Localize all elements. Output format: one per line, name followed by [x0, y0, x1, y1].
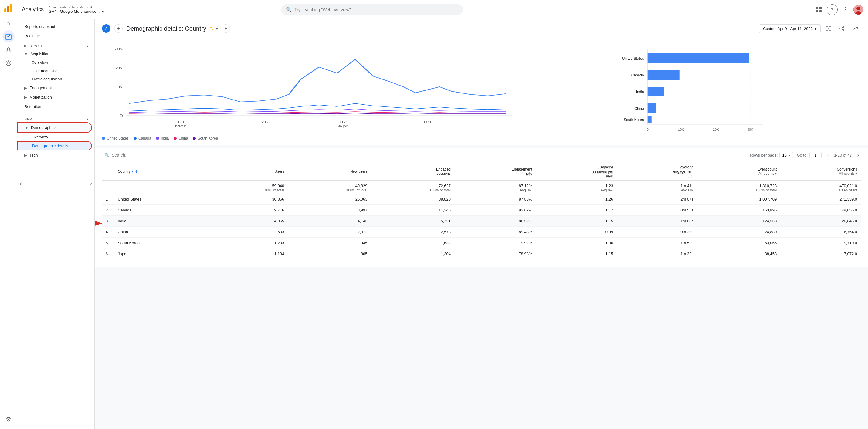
header-actions: Custom Apr 9 - Apr 11, 2023 ▾	[759, 23, 861, 34]
add-filter-btn[interactable]: +	[222, 24, 230, 33]
legend-dot-canada	[133, 137, 136, 140]
search-bar[interactable]: 🔍	[281, 4, 463, 15]
pagination-controls: Rows per page: 10 25 50 Go to: ‹	[750, 152, 861, 159]
more-button[interactable]: ⋮	[840, 4, 851, 15]
svg-point-19	[840, 28, 841, 29]
google-analytics-logo[interactable]	[3, 2, 14, 13]
icon-rail: ⌂ ⚙	[0, 0, 17, 429]
svg-text:Apr: Apr	[338, 124, 348, 128]
svg-point-18	[843, 26, 844, 28]
sidebar-item-user-acquisition[interactable]: User acquisition	[17, 67, 92, 75]
col-engaged-per-user[interactable]: Engagedsessions peruser	[536, 163, 617, 180]
col-engagement-rate[interactable]: Engagementrate	[454, 163, 536, 180]
trend-icon-btn[interactable]	[850, 23, 861, 34]
sidebar-collapse-btn[interactable]: ‹	[90, 181, 92, 187]
sidebar-item-retention[interactable]: Retention	[17, 102, 92, 111]
sidebar-item-demographics[interactable]: ▼ Demographics	[17, 122, 92, 133]
user-avatar[interactable]	[854, 5, 863, 14]
svg-text:02: 02	[339, 120, 347, 124]
account-breadcrumb: All accounts > Demo Account	[49, 5, 104, 9]
svg-point-6	[8, 62, 9, 64]
legend-china: China	[174, 136, 188, 140]
svg-text:India: India	[636, 90, 644, 94]
legend-dot-south-korea	[193, 137, 196, 140]
sidebar-item-traffic-acquisition[interactable]: Traffic acquisition	[17, 75, 92, 83]
sidebar-item-monetization[interactable]: ▶ Monetization	[17, 93, 92, 102]
col-new-users[interactable]: New users	[288, 163, 371, 180]
apps-button[interactable]	[813, 4, 824, 15]
svg-text:2K: 2K	[115, 66, 123, 70]
sidebar-item-realtime[interactable]: Realtime	[17, 31, 92, 41]
sidebar-item-reports-snapshot[interactable]: Reports snapshot	[17, 22, 92, 31]
svg-point-13	[857, 7, 860, 10]
svg-text:09: 09	[424, 120, 431, 124]
top-bar: Analytics All accounts > Demo Account GA…	[17, 0, 868, 20]
advertising-icon[interactable]	[2, 57, 14, 69]
user-section-header[interactable]: User ▲	[17, 114, 94, 122]
svg-text:1K: 1K	[115, 85, 123, 89]
svg-text:China: China	[634, 106, 644, 111]
arrow-indicator	[95, 217, 105, 230]
table-search-input[interactable]	[112, 153, 191, 158]
bar-chart-container: 0 10K 20K 30K United States	[519, 43, 861, 140]
sidebar-item-tech[interactable]: ▶ Tech	[17, 151, 92, 160]
home-icon[interactable]: ⌂	[2, 17, 14, 29]
bar-china[interactable]	[647, 103, 656, 113]
col-country[interactable]: Country ▾ +	[114, 163, 205, 180]
bar-india[interactable]	[647, 87, 664, 97]
compare-icon-btn[interactable]	[823, 23, 834, 34]
search-input[interactable]	[294, 7, 458, 12]
add-comparison-btn[interactable]: +	[114, 24, 123, 33]
add-column-btn[interactable]: +	[135, 168, 138, 175]
search-icon: 🔍	[286, 7, 292, 12]
reports-icon[interactable]	[2, 30, 14, 42]
col-engaged-sessions[interactable]: Engagedsessions	[371, 163, 454, 180]
go-to-page: Go to:	[797, 152, 821, 158]
sidebar-item-overview-acquisition[interactable]: Overview	[17, 59, 92, 67]
svg-text:19: 19	[177, 120, 184, 124]
event-count-filter-icon[interactable]: ▾	[775, 171, 777, 176]
country-dropdown-icon[interactable]: ▾	[132, 169, 133, 173]
canada-line	[129, 103, 506, 111]
share-icon-btn[interactable]	[836, 23, 847, 34]
table-search[interactable]: 🔍	[102, 152, 193, 159]
sidebar-item-overview-demographics[interactable]: Overview	[17, 133, 92, 141]
account-name[interactable]: GA4 - Google Merchandise ... ▾	[49, 9, 104, 14]
col-event-count[interactable]: Event count All events ▾	[697, 163, 780, 180]
page-range: 1-10 of 47	[834, 153, 852, 158]
table-header-row: Country ▾ + ↓ Users New users Engagedses…	[102, 163, 861, 180]
lifecycle-section-header[interactable]: Life cycle ▲	[17, 41, 94, 49]
rows-per-page-select[interactable]: 10 25 50	[779, 152, 793, 158]
svg-text:3K: 3K	[115, 47, 123, 51]
svg-point-20	[843, 29, 844, 31]
page-title-dropdown-btn[interactable]: ▾	[216, 26, 218, 31]
sidebar-item-acquisition[interactable]: ▼ Acquisition	[17, 49, 92, 59]
col-users[interactable]: ↓ Users	[205, 163, 288, 180]
account-info: All accounts > Demo Account GA4 - Google…	[49, 5, 104, 14]
col-avg-engagement[interactable]: Averageengagementtime	[617, 163, 697, 180]
svg-rect-11	[819, 10, 822, 12]
account-dropdown-icon[interactable]: ▾	[102, 9, 104, 14]
svg-point-4	[7, 47, 10, 50]
sidebar-item-demographic-details[interactable]: Demographic details	[17, 141, 92, 151]
sidebar-item-engagement[interactable]: ▶ Engagement	[17, 83, 92, 93]
goto-input[interactable]	[809, 152, 822, 158]
data-table: Country ▾ + ↓ Users New users Engagedses…	[102, 163, 861, 259]
help-button[interactable]: ?	[827, 4, 838, 15]
next-page-btn[interactable]: ›	[856, 152, 861, 159]
bar-us[interactable]	[647, 54, 749, 63]
settings-icon[interactable]: ⚙	[2, 413, 14, 425]
bar-south-korea[interactable]	[647, 116, 651, 123]
audience-icon[interactable]	[2, 44, 14, 56]
svg-text:United States: United States	[622, 57, 644, 61]
date-range-btn[interactable]: Custom Apr 9 - Apr 11, 2023 ▾	[759, 24, 820, 33]
svg-rect-3	[5, 35, 11, 39]
settings-gear-btn[interactable]: ⚙	[20, 182, 23, 186]
user-collapse-icon: ▲	[86, 118, 90, 121]
col-conversions[interactable]: Conversions All events ▾	[780, 163, 861, 180]
table-row: 4 China 2,603 2,372 2,573 89.43% 0.99 0m…	[102, 227, 861, 237]
svg-text:0: 0	[119, 114, 123, 118]
bar-canada[interactable]	[647, 70, 679, 80]
prev-page-btn[interactable]: ‹	[825, 152, 830, 159]
conversions-filter-icon[interactable]: ▾	[855, 171, 857, 176]
